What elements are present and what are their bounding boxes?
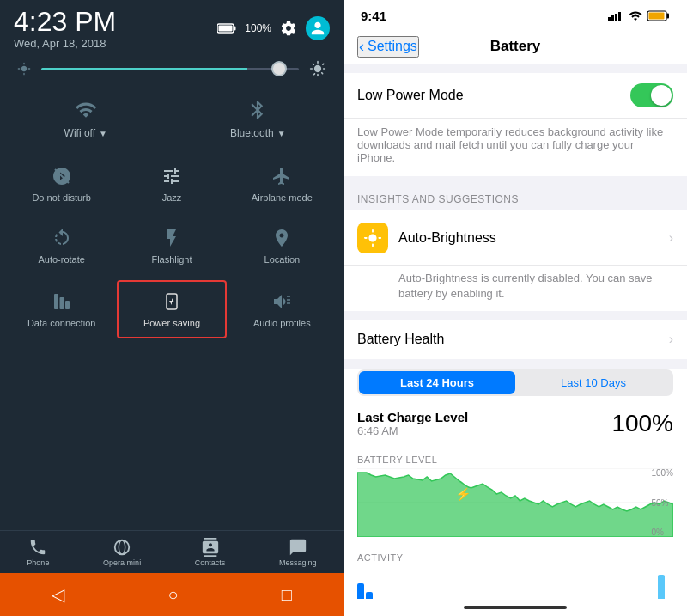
tab-24h[interactable]: Last 24 Hours bbox=[359, 371, 515, 394]
battery-health-section[interactable]: Battery Health › bbox=[344, 320, 687, 359]
brightness-slider[interactable] bbox=[41, 68, 299, 70]
svg-rect-16 bbox=[618, 12, 621, 21]
dock-messaging[interactable]: Messaging bbox=[279, 538, 317, 567]
tile-airplane[interactable]: Airplane mode bbox=[228, 156, 337, 211]
charge-time: 6:46 AM bbox=[357, 424, 468, 437]
svg-rect-13 bbox=[608, 17, 611, 21]
autorotate-label: Auto-rotate bbox=[38, 254, 84, 265]
brightness-row bbox=[0, 53, 344, 84]
svg-point-12 bbox=[119, 540, 125, 554]
battery-percentage: 100% bbox=[245, 22, 271, 34]
brightness-thumb[interactable] bbox=[271, 61, 287, 76]
act-bar-cyan-1 bbox=[658, 575, 665, 599]
battery-icon bbox=[217, 23, 236, 34]
y-label-100: 100% bbox=[651, 468, 673, 478]
quick-tiles-row2: Do not disturb Jazz Airplane mode bbox=[0, 153, 344, 215]
ios-battery-icon bbox=[647, 10, 670, 21]
data-label: Data connection bbox=[27, 318, 96, 328]
battery-health-chevron: › bbox=[669, 332, 673, 347]
airplane-icon bbox=[271, 165, 293, 187]
auto-brightness-row[interactable]: Auto-Brightness › bbox=[344, 210, 687, 266]
svg-rect-18 bbox=[667, 13, 670, 18]
svg-rect-1 bbox=[234, 27, 236, 31]
dock-contacts[interactable]: Contacts bbox=[195, 538, 226, 567]
battery-health-label: Battery Health bbox=[357, 332, 669, 347]
tile-location[interactable]: Location bbox=[228, 218, 337, 273]
location-label: Location bbox=[264, 254, 301, 265]
audio-label: Audio profiles bbox=[253, 318, 311, 328]
tile-flashlight[interactable]: Flashlight bbox=[117, 218, 226, 273]
ios-page-title: Battery bbox=[490, 38, 541, 55]
activity-chart-section: ACTIVITY 60m bbox=[344, 546, 687, 599]
quick-tiles-row4: Data connection Power saving Audio pro bbox=[0, 277, 344, 342]
act-bar-1 bbox=[357, 583, 364, 599]
charge-percentage: 100% bbox=[611, 410, 673, 437]
charge-level-label: Last Charge Level bbox=[357, 410, 468, 424]
tile-autorotate[interactable]: Auto-rotate bbox=[7, 218, 116, 273]
dock-phone-label: Phone bbox=[27, 558, 49, 567]
auto-brightness-chevron: › bbox=[669, 230, 673, 246]
y-label-0: 0% bbox=[651, 528, 673, 537]
flashlight-label: Flashlight bbox=[151, 254, 192, 265]
low-power-mode-label: Low Power Mode bbox=[357, 88, 630, 103]
user-avatar[interactable] bbox=[306, 16, 330, 40]
battery-chart-section: BATTERY LEVEL ⚡ 100% bbox=[344, 448, 687, 546]
location-icon bbox=[271, 227, 293, 249]
dock-opera[interactable]: Opera mini bbox=[103, 538, 141, 567]
tab-10d[interactable]: Last 10 Days bbox=[515, 371, 672, 394]
ios-panel: 9:41 ‹ Settings Bat bbox=[344, 0, 687, 616]
tile-powersaving[interactable]: Power saving bbox=[117, 280, 226, 338]
activity-chart-label: ACTIVITY bbox=[357, 546, 673, 566]
tile-jazz[interactable]: Jazz bbox=[117, 156, 226, 211]
nav-recent-button[interactable]: □ bbox=[282, 585, 292, 605]
tile-wifi[interactable]: Wifi off ▼ bbox=[0, 88, 172, 149]
ios-back-button[interactable]: ‹ Settings bbox=[357, 36, 419, 58]
powersaving-icon bbox=[161, 290, 183, 313]
ios-time: 9:41 bbox=[361, 9, 386, 23]
svg-point-11 bbox=[115, 540, 130, 554]
android-status-icons: 100% bbox=[217, 16, 330, 40]
ios-home-indicator[interactable] bbox=[344, 599, 687, 616]
settings-icon[interactable] bbox=[280, 20, 297, 37]
charge-level-row: Last Charge Level 6:46 AM 100% bbox=[344, 406, 687, 446]
tile-audio[interactable]: Audio profiles bbox=[228, 280, 337, 338]
bluetooth-label: Bluetooth ▼ bbox=[230, 127, 286, 139]
battery-chart-svg: ⚡ bbox=[357, 468, 673, 537]
audio-icon bbox=[271, 290, 293, 313]
dock-opera-label: Opera mini bbox=[103, 558, 141, 567]
android-status-bar: 4:23 PM Wed, Apr 18, 2018 100% bbox=[0, 0, 344, 53]
jazz-label: Jazz bbox=[162, 192, 182, 203]
insights-header: INSIGHTS AND SUGGESTIONS bbox=[344, 176, 687, 210]
low-power-mode-row: Low Power Mode bbox=[344, 73, 687, 119]
brightness-high-icon bbox=[309, 60, 326, 77]
ios-content: Low Power Mode Low Power Mode temporaril… bbox=[344, 64, 687, 599]
act-bar-2 bbox=[366, 592, 373, 599]
tile-bluetooth[interactable]: Bluetooth ▼ bbox=[173, 88, 344, 149]
low-power-toggle[interactable] bbox=[630, 83, 673, 107]
battery-chart: ⚡ 100% 50% 0% bbox=[357, 468, 673, 537]
auto-brightness-text: Auto-Brightness bbox=[398, 230, 669, 246]
nav-home-button[interactable]: ○ bbox=[167, 585, 178, 605]
jazz-icon bbox=[161, 165, 183, 187]
dock-messaging-label: Messaging bbox=[279, 558, 317, 567]
activity-chart bbox=[357, 566, 673, 599]
toggle-knob bbox=[651, 85, 672, 106]
dock-phone[interactable]: Phone bbox=[27, 538, 49, 567]
svg-rect-5 bbox=[59, 297, 64, 309]
tile-dnd[interactable]: Do not disturb bbox=[7, 156, 116, 211]
android-time-block: 4:23 PM Wed, Apr 18, 2018 bbox=[14, 7, 116, 50]
tile-data[interactable]: Data connection bbox=[7, 280, 116, 338]
wifi-label: Wifi off ▼ bbox=[64, 127, 107, 139]
flashlight-icon bbox=[161, 227, 183, 249]
y-label-50: 50% bbox=[651, 498, 673, 508]
home-bar bbox=[464, 606, 567, 609]
android-time: 4:23 PM bbox=[14, 7, 116, 37]
bluetooth-icon bbox=[246, 98, 270, 122]
android-date: Wed, Apr 18, 2018 bbox=[14, 37, 116, 50]
nav-back-button[interactable]: ◁ bbox=[52, 584, 64, 605]
svg-rect-6 bbox=[65, 301, 70, 309]
ios-status-bar: 9:41 bbox=[344, 0, 687, 31]
brightness-low-icon bbox=[17, 62, 31, 76]
svg-rect-19 bbox=[649, 12, 665, 19]
quick-tiles-row1: Wifi off ▼ Bluetooth ▼ bbox=[0, 84, 344, 153]
